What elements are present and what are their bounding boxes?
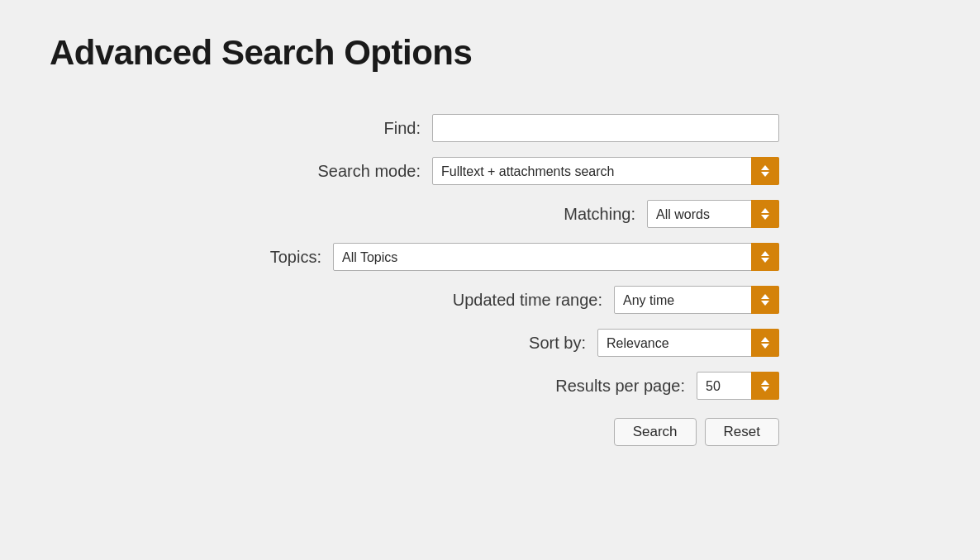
sort-by-label: Sort by: bbox=[529, 334, 586, 353]
form-container: Find: Search mode: Fulltext + attachment… bbox=[50, 114, 930, 446]
find-input[interactable] bbox=[432, 114, 779, 142]
topics-select[interactable]: All Topics bbox=[333, 243, 779, 271]
page-container: Advanced Search Options Find: Search mod… bbox=[0, 0, 980, 560]
time-range-wrapper: Any time Past day Past week Past month P… bbox=[614, 286, 779, 314]
results-per-page-wrapper: 10 25 50 100 bbox=[697, 372, 779, 400]
buttons-row: Search Reset bbox=[201, 418, 779, 446]
search-mode-select[interactable]: Fulltext + attachments search Fulltext s… bbox=[432, 157, 779, 185]
sort-by-wrapper: Relevance Date bbox=[597, 329, 779, 357]
results-per-page-select[interactable]: 10 25 50 100 bbox=[697, 372, 779, 400]
matching-select[interactable]: All words Any words Exact phrase bbox=[647, 200, 779, 228]
topics-label: Topics: bbox=[270, 248, 321, 267]
find-row: Find: bbox=[201, 114, 779, 142]
topics-row: Topics: All Topics bbox=[201, 243, 779, 271]
matching-wrapper: All words Any words Exact phrase bbox=[647, 200, 779, 228]
results-per-page-label: Results per page: bbox=[555, 377, 685, 396]
search-mode-row: Search mode: Fulltext + attachments sear… bbox=[201, 157, 779, 185]
find-label: Find: bbox=[384, 119, 421, 138]
search-mode-label: Search mode: bbox=[317, 162, 421, 181]
time-range-label: Updated time range: bbox=[453, 291, 602, 310]
matching-row: Matching: All words Any words Exact phra… bbox=[201, 200, 779, 228]
sort-by-row: Sort by: Relevance Date bbox=[201, 329, 779, 357]
time-range-row: Updated time range: Any time Past day Pa… bbox=[201, 286, 779, 314]
results-per-page-row: Results per page: 10 25 50 100 bbox=[201, 372, 779, 400]
search-mode-wrapper: Fulltext + attachments search Fulltext s… bbox=[432, 157, 779, 185]
reset-button[interactable]: Reset bbox=[705, 418, 779, 446]
search-button[interactable]: Search bbox=[614, 418, 697, 446]
page-title: Advanced Search Options bbox=[50, 33, 930, 73]
sort-by-select[interactable]: Relevance Date bbox=[597, 329, 779, 357]
time-range-select[interactable]: Any time Past day Past week Past month P… bbox=[614, 286, 779, 314]
topics-wrapper: All Topics bbox=[333, 243, 779, 271]
matching-label: Matching: bbox=[564, 205, 635, 224]
